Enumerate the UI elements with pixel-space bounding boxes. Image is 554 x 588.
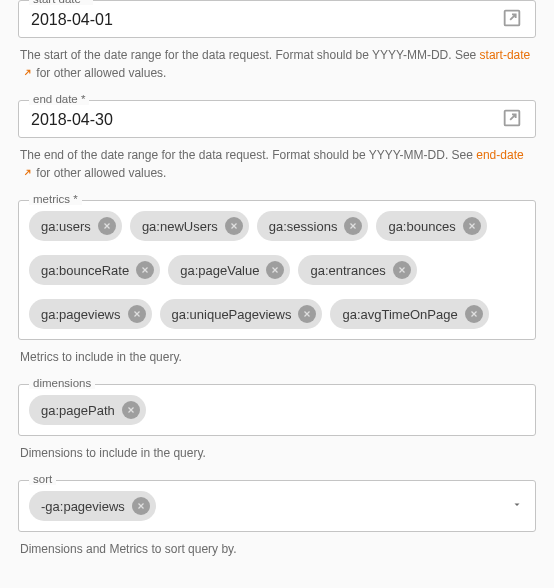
chip-label: ga:bounceRate xyxy=(41,263,129,278)
dimensions-field: dimensions ga:pagePath Dimensions to inc… xyxy=(18,384,536,462)
chip-label: ga:bounces xyxy=(388,219,455,234)
close-icon[interactable] xyxy=(132,497,150,515)
chip-label: ga:newUsers xyxy=(142,219,218,234)
chevron-down-icon[interactable] xyxy=(511,499,523,514)
chip[interactable]: ga:pagePath xyxy=(29,395,146,425)
metrics-label: metrics * xyxy=(29,193,82,205)
chip[interactable]: ga:sessions xyxy=(257,211,369,241)
end-date-label: end date * xyxy=(29,93,89,105)
close-icon[interactable] xyxy=(266,261,284,279)
start-date-input[interactable] xyxy=(31,7,493,29)
metrics-input[interactable]: metrics * ga:usersga:newUsersga:sessions… xyxy=(18,200,536,340)
end-date-input-wrap[interactable]: end date * xyxy=(18,100,536,138)
close-icon[interactable] xyxy=(344,217,362,235)
chip-label: ga:avgTimeOnPage xyxy=(342,307,457,322)
start-date-field: start date * The start of the date range… xyxy=(18,0,536,82)
metrics-helper: Metrics to include in the query. xyxy=(20,348,536,366)
close-icon[interactable] xyxy=(465,305,483,323)
sort-field: sort -ga:pageviews Dimensions and Metric… xyxy=(18,480,536,558)
open-in-new-icon[interactable] xyxy=(501,107,523,129)
chip-label: ga:uniquePageviews xyxy=(172,307,292,322)
sort-label: sort xyxy=(29,473,56,485)
end-date-input[interactable] xyxy=(31,107,493,129)
chip[interactable]: ga:pageviews xyxy=(29,299,152,329)
close-icon[interactable] xyxy=(298,305,316,323)
close-icon[interactable] xyxy=(225,217,243,235)
dimensions-helper: Dimensions to include in the query. xyxy=(20,444,536,462)
chip-label: ga:sessions xyxy=(269,219,338,234)
start-date-helper: The start of the date range for the data… xyxy=(20,46,536,82)
chip[interactable]: -ga:pageviews xyxy=(29,491,156,521)
sort-helper: Dimensions and Metrics to sort query by. xyxy=(20,540,536,558)
close-icon[interactable] xyxy=(128,305,146,323)
chip-label: ga:users xyxy=(41,219,91,234)
chip[interactable]: ga:entrances xyxy=(298,255,416,285)
chip[interactable]: ga:uniquePageviews xyxy=(160,299,323,329)
chip-label: ga:entrances xyxy=(310,263,385,278)
chip[interactable]: ga:newUsers xyxy=(130,211,249,241)
chip[interactable]: ga:bounceRate xyxy=(29,255,160,285)
close-icon[interactable] xyxy=(393,261,411,279)
end-date-field: end date * The end of the date range for… xyxy=(18,100,536,182)
chip-label: ga:pageviews xyxy=(41,307,121,322)
dimensions-input[interactable]: dimensions ga:pagePath xyxy=(18,384,536,436)
chip[interactable]: ga:bounces xyxy=(376,211,486,241)
chip-label: -ga:pageviews xyxy=(41,499,125,514)
close-icon[interactable] xyxy=(98,217,116,235)
end-date-helper: The end of the date range for the data r… xyxy=(20,146,536,182)
close-icon[interactable] xyxy=(463,217,481,235)
chip-label: ga:pageValue xyxy=(180,263,259,278)
chip[interactable]: ga:pageValue xyxy=(168,255,290,285)
external-link-icon xyxy=(22,165,33,176)
close-icon[interactable] xyxy=(122,401,140,419)
chip[interactable]: ga:avgTimeOnPage xyxy=(330,299,488,329)
chip-label: ga:pagePath xyxy=(41,403,115,418)
dimensions-label: dimensions xyxy=(29,377,95,389)
open-in-new-icon[interactable] xyxy=(501,7,523,29)
start-date-input-wrap[interactable]: start date * xyxy=(18,0,536,38)
start-date-label: start date * xyxy=(29,0,93,5)
metrics-field: metrics * ga:usersga:newUsersga:sessions… xyxy=(18,200,536,366)
chip[interactable]: ga:users xyxy=(29,211,122,241)
external-link-icon xyxy=(22,65,33,76)
close-icon[interactable] xyxy=(136,261,154,279)
sort-input[interactable]: sort -ga:pageviews xyxy=(18,480,536,532)
